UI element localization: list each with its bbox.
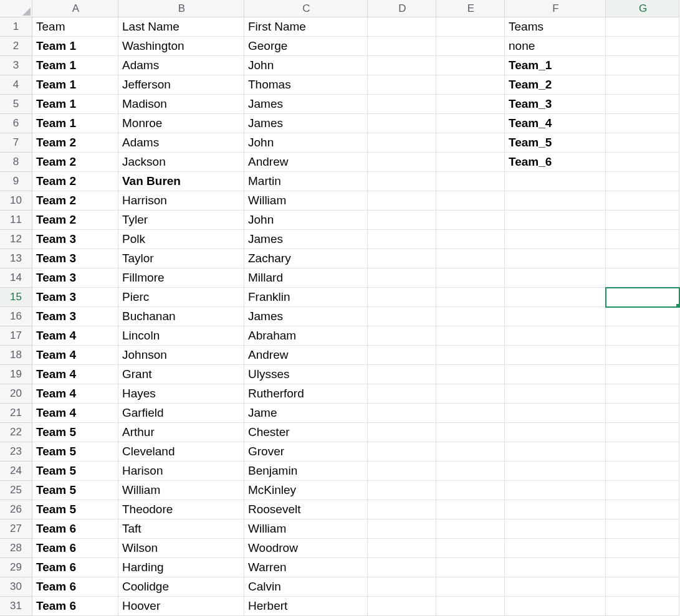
- cell-A15[interactable]: Team 3: [32, 288, 118, 307]
- cell-G31[interactable]: [606, 597, 679, 616]
- cell-D14[interactable]: [368, 268, 436, 288]
- cell-F27[interactable]: [505, 519, 606, 539]
- cell-C26[interactable]: Roosevelt: [244, 500, 368, 519]
- cell-F21[interactable]: [505, 404, 606, 423]
- cell-D31[interactable]: [368, 597, 436, 616]
- row-header-29[interactable]: 29: [0, 558, 32, 577]
- cell-A25[interactable]: Team 5: [32, 481, 118, 500]
- cell-F30[interactable]: [505, 577, 606, 597]
- cell-F23[interactable]: [505, 442, 606, 462]
- cell-F1[interactable]: Teams: [505, 17, 606, 37]
- cell-G1[interactable]: [606, 17, 679, 37]
- row-header-19[interactable]: 19: [0, 365, 32, 384]
- cell-C1[interactable]: First Name: [244, 17, 368, 37]
- cell-E4[interactable]: [436, 75, 505, 95]
- cell-G6[interactable]: [606, 114, 679, 133]
- cell-B29[interactable]: Harding: [118, 558, 244, 577]
- cell-D13[interactable]: [368, 249, 436, 268]
- cell-E14[interactable]: [436, 268, 505, 288]
- cell-G3[interactable]: [606, 56, 679, 75]
- cell-B17[interactable]: Lincoln: [118, 326, 244, 346]
- cell-C28[interactable]: Woodrow: [244, 539, 368, 558]
- cell-A19[interactable]: Team 4: [32, 365, 118, 384]
- cell-E24[interactable]: [436, 462, 505, 481]
- cell-G8[interactable]: [606, 153, 679, 172]
- cell-A21[interactable]: Team 4: [32, 404, 118, 423]
- cell-D3[interactable]: [368, 56, 436, 75]
- cell-C22[interactable]: Chester: [244, 423, 368, 442]
- cell-D18[interactable]: [368, 346, 436, 365]
- cell-G15[interactable]: [606, 288, 679, 307]
- cell-E17[interactable]: [436, 326, 505, 346]
- cell-B23[interactable]: Cleveland: [118, 442, 244, 462]
- row-header-5[interactable]: 5: [0, 95, 32, 114]
- cell-F6[interactable]: Team_4: [505, 114, 606, 133]
- cell-G28[interactable]: [606, 539, 679, 558]
- cell-F11[interactable]: [505, 211, 606, 230]
- row-header-10[interactable]: 10: [0, 191, 32, 211]
- cell-E12[interactable]: [436, 230, 505, 249]
- cell-D27[interactable]: [368, 519, 436, 539]
- cell-B21[interactable]: Garfield: [118, 404, 244, 423]
- cell-F31[interactable]: [505, 597, 606, 616]
- cell-D7[interactable]: [368, 133, 436, 153]
- cell-C10[interactable]: William: [244, 191, 368, 211]
- cell-G11[interactable]: [606, 211, 679, 230]
- row-header-2[interactable]: 2: [0, 37, 32, 56]
- cell-A11[interactable]: Team 2: [32, 211, 118, 230]
- cell-D17[interactable]: [368, 326, 436, 346]
- cell-G7[interactable]: [606, 133, 679, 153]
- cell-E23[interactable]: [436, 442, 505, 462]
- cell-F16[interactable]: [505, 307, 606, 326]
- cell-A18[interactable]: Team 4: [32, 346, 118, 365]
- cell-A3[interactable]: Team 1: [32, 56, 118, 75]
- column-header-G[interactable]: G: [606, 0, 679, 17]
- cell-E8[interactable]: [436, 153, 505, 172]
- row-header-1[interactable]: 1: [0, 17, 32, 37]
- cell-D5[interactable]: [368, 95, 436, 114]
- cell-G5[interactable]: [606, 95, 679, 114]
- cell-B30[interactable]: Coolidge: [118, 577, 244, 597]
- cell-F12[interactable]: [505, 230, 606, 249]
- cell-E31[interactable]: [436, 597, 505, 616]
- cell-G10[interactable]: [606, 191, 679, 211]
- cell-G21[interactable]: [606, 404, 679, 423]
- row-header-22[interactable]: 22: [0, 423, 32, 442]
- row-header-18[interactable]: 18: [0, 346, 32, 365]
- cell-F29[interactable]: [505, 558, 606, 577]
- cell-E5[interactable]: [436, 95, 505, 114]
- cell-G12[interactable]: [606, 230, 679, 249]
- cell-E16[interactable]: [436, 307, 505, 326]
- cell-C11[interactable]: John: [244, 211, 368, 230]
- row-header-24[interactable]: 24: [0, 462, 32, 481]
- cell-B15[interactable]: Pierc: [118, 288, 244, 307]
- cell-D29[interactable]: [368, 558, 436, 577]
- cell-A6[interactable]: Team 1: [32, 114, 118, 133]
- cell-F2[interactable]: none: [505, 37, 606, 56]
- column-header-B[interactable]: B: [118, 0, 244, 17]
- cell-A29[interactable]: Team 6: [32, 558, 118, 577]
- row-header-25[interactable]: 25: [0, 481, 32, 500]
- cell-G13[interactable]: [606, 249, 679, 268]
- cell-F20[interactable]: [505, 384, 606, 404]
- row-header-14[interactable]: 14: [0, 268, 32, 288]
- cell-F8[interactable]: Team_6: [505, 153, 606, 172]
- cell-E6[interactable]: [436, 114, 505, 133]
- column-header-F[interactable]: F: [505, 0, 606, 17]
- cell-D15[interactable]: [368, 288, 436, 307]
- cell-C21[interactable]: Jame: [244, 404, 368, 423]
- cell-F13[interactable]: [505, 249, 606, 268]
- cell-G27[interactable]: [606, 519, 679, 539]
- cell-A9[interactable]: Team 2: [32, 172, 118, 191]
- cell-A2[interactable]: Team 1: [32, 37, 118, 56]
- cell-G14[interactable]: [606, 268, 679, 288]
- cell-A12[interactable]: Team 3: [32, 230, 118, 249]
- row-header-4[interactable]: 4: [0, 75, 32, 95]
- cell-F3[interactable]: Team_1: [505, 56, 606, 75]
- cell-F5[interactable]: Team_3: [505, 95, 606, 114]
- cell-B26[interactable]: Theodore: [118, 500, 244, 519]
- cell-C13[interactable]: Zachary: [244, 249, 368, 268]
- cell-E27[interactable]: [436, 519, 505, 539]
- cell-A23[interactable]: Team 5: [32, 442, 118, 462]
- cell-C19[interactable]: Ulysses: [244, 365, 368, 384]
